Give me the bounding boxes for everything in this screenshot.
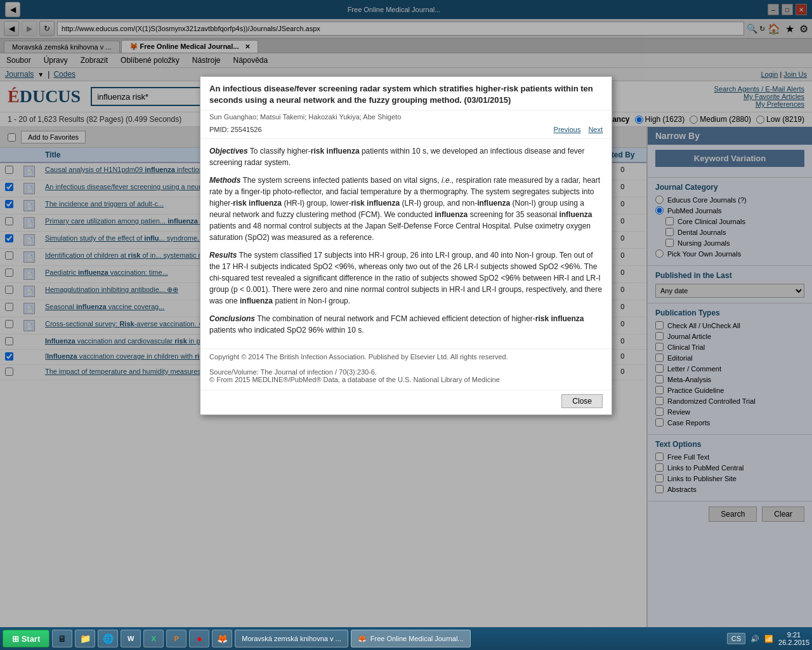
popup-source: Source/Volume: The Journal of infection … [200,364,612,390]
taskbar-app-explorer[interactable]: 🖥 [52,630,72,647]
popup-close-row: Close [200,390,612,415]
taskbar-clock[interactable]: 9:21 26.2.2015 [778,631,809,646]
lang-button[interactable]: CS [727,633,745,644]
taskbar-app-ie[interactable]: 🌐 [98,630,118,647]
popup-previous-link[interactable]: Previous [554,126,581,133]
popup-pmid-row: PMID: 25541526 Previous Next [200,123,612,139]
taskbar-window-0-label: Moravská zemská knihovna v ... [242,635,341,642]
popup-next-link[interactable]: Next [588,126,603,133]
network-icon: 📶 [764,635,773,643]
taskbar-window-1[interactable]: 🦊 Free Online Medical Journal... [351,630,471,647]
popup-methods: Methods The system screens infected pati… [209,175,603,243]
taskbar-date-display: 26.2.2015 [778,639,809,646]
popup-body: Objectives To classify higher-risk influ… [200,139,612,348]
windows-icon: ⊞ [12,634,19,644]
popup-close-button[interactable]: Close [561,394,603,408]
taskbar: ⊞ Start 🖥 📁 🌐 W X P ● 🦊 Moravská zemská … [0,627,812,650]
popup-title: An infectious disease/fever screening ra… [200,77,612,110]
taskbar-app-word[interactable]: W [121,630,141,647]
taskbar-app-ppt[interactable]: P [166,630,187,647]
taskbar-window-1-label: Free Online Medical Journal... [370,635,464,642]
taskbar-window-0[interactable]: Moravská zemská knihovna v ... [235,630,348,647]
popup-pmid-text: PMID: 25541526 [209,126,262,133]
taskbar-apps: 🖥 📁 🌐 W X P ● 🦊 [52,630,232,647]
taskbar-app-excel[interactable]: X [143,630,164,647]
popup-overlay[interactable]: An infectious disease/fever screening ra… [0,0,812,650]
popup-results: Results The system classified 17 subject… [209,249,603,307]
popup-copyright: Copyright © 2014 The British Infection A… [200,348,612,364]
taskbar-app-red[interactable]: ● [189,630,209,647]
popup-conclusions: Conclusions The combination of neural ne… [209,313,603,336]
firefox-taskbar-icon: 🦊 [358,635,367,643]
popup-authors: Sun Guanghao; Matsui Takemi; Hakozaki Yu… [200,110,612,123]
taskbar-time-display: 9:21 [778,631,809,639]
article-popup: An infectious disease/fever screening ra… [200,76,612,415]
popup-objectives: Objectives To classify higher-risk influ… [209,145,603,168]
taskbar-app-firefox[interactable]: 🦊 [212,630,232,647]
taskbar-app-folder[interactable]: 📁 [75,630,95,647]
speaker-icon[interactable]: 🔊 [750,635,759,643]
start-button[interactable]: ⊞ Start [3,630,49,647]
popup-nav: Previous Next [554,126,603,133]
taskbar-right: CS 🔊 📶 9:21 26.2.2015 [727,631,809,646]
